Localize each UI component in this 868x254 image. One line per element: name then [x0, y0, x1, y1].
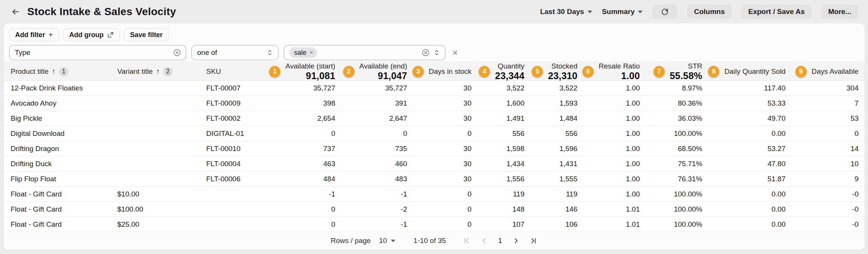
cell-variant-title [106, 141, 195, 156]
cell-quantity: 1,598 [473, 141, 526, 156]
cell-quantity: 1,491 [473, 111, 526, 126]
column-label: Days Available [812, 67, 859, 76]
cell-days-available: 10 [787, 156, 865, 171]
filter-row: Type one of [9, 45, 859, 60]
value-chevrons-icon [433, 48, 440, 57]
cell-stocked: 146 [526, 202, 579, 217]
column-header-days-in-stock[interactable]: 3 Days in stock [409, 62, 473, 81]
first-page-icon[interactable] [462, 237, 471, 245]
column-number-badge: 4 [479, 66, 490, 77]
table-row[interactable]: Float - Gift Card $10.00 -1 -1 0 119 119… [4, 187, 865, 202]
rows-per-page-select[interactable]: 10 [379, 237, 395, 245]
columns-button[interactable]: Columns [687, 5, 731, 19]
remove-filter-row-icon[interactable]: × [451, 48, 459, 58]
circle-x-icon [422, 48, 430, 57]
cell-quantity: 1,434 [473, 156, 526, 171]
column-header-product-title[interactable]: Product title ↑ 1 [4, 62, 106, 81]
cell-sku [195, 202, 267, 217]
back-button[interactable] [9, 5, 22, 18]
cell-resale-ratio: 1.00 [579, 81, 641, 95]
cell-days-available: -0 [787, 202, 865, 217]
cell-daily-quantity-sold: 117.40 [704, 81, 787, 95]
cell-available-end: 2,647 [337, 111, 409, 126]
table-row[interactable]: Float - Gift Card $25.00 0 -1 0 107 106 … [4, 217, 865, 232]
last-page-icon[interactable] [529, 237, 538, 245]
cell-days-in-stock: 0 [409, 126, 473, 141]
date-range-dropdown[interactable]: Last 30 Days [540, 8, 592, 16]
cell-days-in-stock: 0 [409, 217, 473, 232]
cell-resale-ratio: 1.00 [579, 126, 641, 141]
cell-variant-title: $100.00 [106, 202, 195, 217]
cell-variant-title [106, 96, 195, 111]
table-row[interactable]: Float - Gift Card $100.00 0 -2 0 148 146… [4, 202, 865, 217]
cell-stocked: 556 [526, 126, 579, 141]
column-total: 23,344 [495, 70, 524, 81]
previous-page-icon[interactable] [480, 237, 488, 245]
filter-field-value: Type [15, 48, 173, 57]
filter-operator-select[interactable]: one of [191, 45, 278, 60]
current-page[interactable]: 1 [497, 237, 503, 245]
table-row[interactable]: Digital Download DIGITAL-01 0 0 0 556 55… [4, 126, 865, 141]
cell-days-in-stock: 30 [409, 111, 473, 126]
cell-days-available: 53 [787, 111, 865, 126]
column-header-available-end[interactable]: 2 Available (end) 91,047 [337, 62, 409, 81]
add-group-icon [107, 31, 114, 38]
column-number-badge: 7 [653, 66, 665, 77]
cell-daily-quantity-sold: 0.00 [704, 126, 787, 141]
cell-str: 80.36% [641, 96, 704, 111]
cell-days-in-stock: 30 [409, 141, 473, 156]
column-header-daily-quantity-sold[interactable]: 8 Daily Quantity Sold [704, 62, 787, 81]
save-filter-button[interactable]: Save filter [124, 28, 169, 41]
column-header-variant-title[interactable]: Variant title ↑ 2 [106, 62, 195, 81]
column-label: STR [688, 62, 702, 70]
next-page-icon[interactable] [512, 237, 520, 245]
add-group-label: Add group [69, 31, 104, 39]
cell-days-available: 9 [787, 171, 865, 186]
chevron-down-icon [588, 11, 592, 13]
circle-x-icon [173, 48, 181, 57]
export-save-as-button[interactable]: Export / Save As [742, 5, 812, 19]
column-header-stocked[interactable]: 5 Stocked 23,310 [526, 62, 579, 81]
column-number-badge: 6 [582, 66, 594, 77]
table-row[interactable]: Drifting Dragon FLT-00010 737 735 30 1,5… [4, 141, 865, 156]
cell-available-end: 35,727 [337, 81, 409, 95]
column-header-resale-ratio[interactable]: 6 Resale Ratio 1.00 [579, 62, 641, 81]
cell-available-end: -1 [337, 187, 409, 201]
refresh-button[interactable] [652, 5, 677, 19]
clear-value-icon[interactable] [422, 48, 430, 57]
sort-order-badge: 2 [163, 67, 173, 76]
table-row[interactable]: Flip Flop Float FLT-00006 484 483 30 1,5… [4, 171, 865, 187]
table-row[interactable]: 12-Pack Drink Floaties FLT-00007 35,727 … [4, 81, 865, 96]
cell-available-end: -2 [337, 202, 409, 217]
cell-resale-ratio: 1.00 [579, 171, 641, 186]
cell-str: 68.50% [641, 141, 704, 156]
column-header-str[interactable]: 7 STR 55.58% [641, 62, 704, 81]
filter-field-input[interactable]: Type [9, 45, 186, 60]
cell-available-start: 737 [267, 141, 337, 156]
column-header-sku[interactable]: SKU [195, 62, 267, 81]
cell-product-title: Float - Gift Card [4, 217, 106, 232]
more-button[interactable]: More... [821, 5, 858, 19]
cell-daily-quantity-sold: 0.00 [704, 217, 787, 232]
column-total: 23,310 [548, 70, 577, 81]
tag-remove-icon[interactable]: × [310, 49, 313, 56]
filter-value-input[interactable]: sale × [284, 45, 445, 60]
cell-available-end: 483 [337, 171, 409, 186]
column-header-available-start[interactable]: 1 Available (start) 91,081 [267, 62, 337, 81]
add-group-button[interactable]: Add group [63, 28, 120, 41]
view-mode-dropdown[interactable]: Summary [602, 8, 643, 16]
column-header-days-available[interactable]: 9 Days Available [787, 62, 865, 81]
column-header-quantity[interactable]: 4 Quantity 23,344 [473, 62, 526, 81]
column-label: Available (start) [285, 62, 335, 70]
filter-value-tag: sale × [289, 47, 317, 58]
add-filter-button[interactable]: Add filter + [9, 28, 59, 41]
table-row[interactable]: Avocado Ahoy FLT-00009 398 391 30 1,600 … [4, 96, 865, 111]
cell-str: 100.00% [641, 202, 704, 217]
clear-field-icon[interactable] [173, 48, 181, 57]
cell-product-title: Float - Gift Card [4, 187, 106, 201]
cell-str: 100.00% [641, 126, 704, 141]
cell-resale-ratio: 1.00 [579, 156, 641, 171]
cell-days-available: 7 [787, 96, 865, 111]
table-row[interactable]: Drifting Duck FLT-00004 463 460 30 1,434… [4, 156, 865, 171]
table-row[interactable]: Big Pickle FLT-00002 2,654 2,647 30 1,49… [4, 111, 865, 126]
